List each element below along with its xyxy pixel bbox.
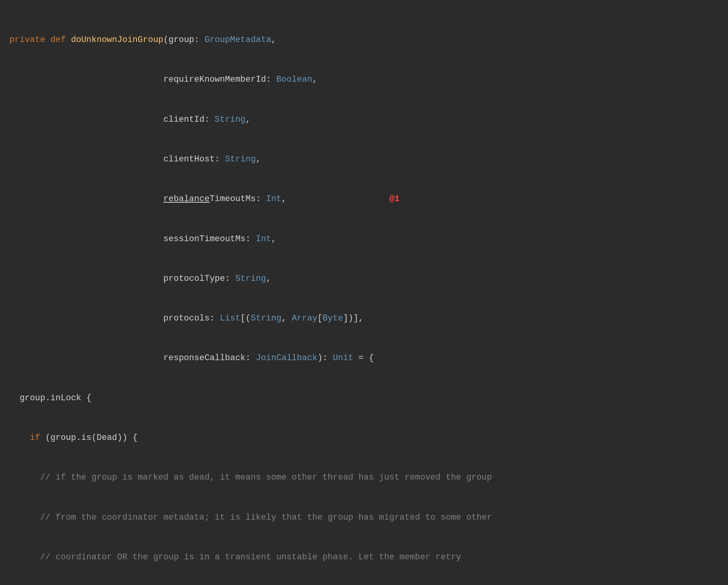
- code-line-9: responseCallback: JoinCallback): Unit = …: [9, 352, 719, 365]
- code-line-2: requireKnownMemberId: Boolean,: [9, 73, 719, 86]
- code-line-7: protocolType: String,: [9, 272, 719, 285]
- code-line-10: group.inLock {: [9, 392, 719, 405]
- code-editor: private def doUnknownJoinGroup(group: Gr…: [0, 0, 728, 585]
- code-line-12: // if the group is marked as dead, it me…: [9, 471, 719, 484]
- annotation-1: @1: [389, 194, 399, 204]
- code-line-4: clientHost: String,: [9, 153, 719, 166]
- code-line-8: protocols: List[(String, Array[Byte])],: [9, 312, 719, 325]
- code-line-11: if (group.is(Dead)) {: [9, 431, 719, 445]
- code-line-1: private def doUnknownJoinGroup(group: Gr…: [9, 33, 719, 47]
- code-line-13: // from the coordinator metadata; it is …: [9, 511, 719, 524]
- code-line-3: clientId: String,: [9, 113, 719, 126]
- code-line-14: // coordinator OR the group is in a tran…: [9, 551, 719, 564]
- code-line-6: sessionTimeoutMs: Int,: [9, 233, 719, 246]
- code-line-5: rebalanceTimeoutMs: Int, @1: [9, 193, 719, 206]
